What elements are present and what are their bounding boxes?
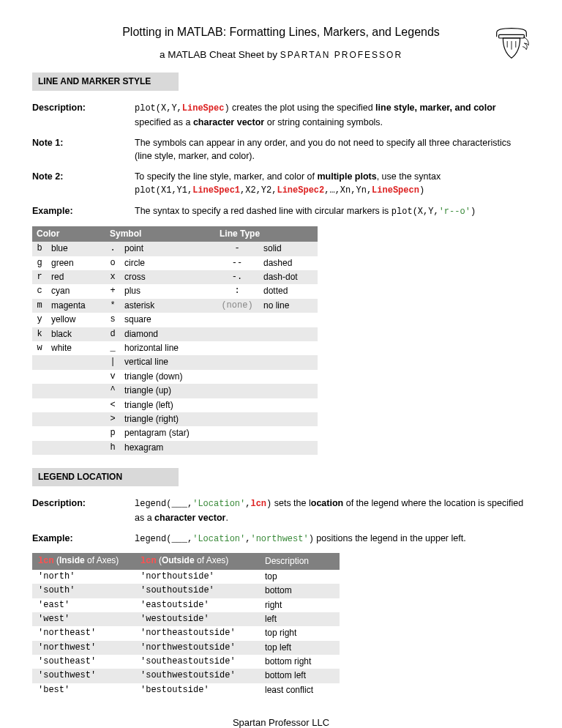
table-cell: r [32, 270, 47, 284]
page-subtitle: a MATLAB Cheat Sheet by SPARTAN PROFESSO… [32, 48, 530, 62]
table-cell [259, 355, 318, 369]
table-cell: blue [47, 242, 105, 256]
table-cell: p [105, 426, 120, 440]
legend-example-row: Example: legend(___,'Location','northwes… [32, 532, 530, 546]
bold-1: line style, marker, and color [375, 103, 496, 113]
table-cell [32, 426, 47, 440]
table-cell [215, 426, 259, 440]
table-cell: 'northeast' [32, 626, 135, 640]
table-cell: asterisk [120, 299, 215, 313]
table-row: ggreenocircle--dashed [32, 256, 318, 270]
example-body: The syntax to specify a red dashed line … [135, 204, 530, 218]
section-heading-legend: LEGEND LOCATION [32, 468, 179, 486]
code-post: ) [224, 103, 229, 114]
table-cell [215, 384, 259, 398]
example-code-end: ) [471, 207, 476, 217]
table-cell: - [215, 242, 259, 256]
table-cell [259, 370, 318, 384]
table-cell: _ [105, 341, 120, 355]
table-cell [259, 341, 318, 355]
table-cell: triangle (up) [120, 384, 215, 398]
lbold-2: character vector [154, 513, 225, 523]
code-linespec: LineSpec [182, 103, 225, 114]
table-row: kblackddiamond [32, 327, 318, 341]
note2-text1: To specify the line style, marker, and c… [135, 171, 317, 182]
table-row: 'north''northoutside'top [32, 570, 340, 584]
table-cell: c [32, 284, 47, 298]
lcode-loc: 'Location' [192, 499, 245, 509]
table-cell: o [105, 256, 120, 270]
table-cell [32, 384, 47, 398]
table-row: 'west''westoutside'left [32, 612, 340, 626]
lex-loc: 'Location' [192, 534, 245, 544]
code-pre: plot(X,Y, [135, 103, 182, 114]
table-row: ppentagram (star) [32, 426, 318, 440]
table-cell [32, 370, 47, 384]
table-cell: plus [120, 284, 215, 298]
table-cell: magenta [47, 299, 105, 313]
table-cell [32, 398, 47, 412]
table-cell: w [32, 341, 47, 355]
note2-bold: multiple plots [317, 171, 376, 182]
table-cell: left [259, 612, 340, 626]
location-table: lcn (Inside of Axes) lcn (Outside of Axe… [32, 553, 340, 697]
table-cell: white [47, 341, 105, 355]
table-cell: -- [215, 256, 259, 270]
note1-label: Note 1: [32, 136, 135, 163]
lex-text: positions the legend in the upper left. [314, 533, 466, 543]
table-row: hhexagram [32, 441, 318, 455]
table-cell: black [47, 327, 105, 341]
table-cell: bottom right [259, 655, 340, 669]
th-color: Color [32, 226, 105, 242]
legend-example-body: legend(___,'Location','northwest') posit… [135, 532, 530, 546]
table-cell: least conflict [259, 683, 340, 697]
table-cell [215, 441, 259, 455]
table-cell: circle [120, 256, 215, 270]
description-body: plot(X,Y,LineSpec) creates the plot usin… [135, 101, 530, 129]
lcode-lcn: lcn [250, 499, 266, 509]
table-cell [47, 398, 105, 412]
table-cell [47, 426, 105, 440]
table-row: mmagenta*asterisk(none)no line [32, 299, 318, 313]
svg-rect-0 [499, 34, 525, 38]
table-cell [259, 327, 318, 341]
table-cell: cyan [47, 284, 105, 298]
table-cell: 'southoutside' [135, 584, 259, 598]
table-cell: triangle (down) [120, 370, 215, 384]
table-cell [215, 313, 259, 327]
table-cell: bottom [259, 584, 340, 598]
table-cell: b [32, 242, 47, 256]
table-cell: 'west' [32, 612, 135, 626]
table-cell [47, 355, 105, 369]
note1-body: The symbols can appear in any order, and… [135, 136, 530, 163]
table-row: 'best''bestoutside'least conflict [32, 683, 340, 697]
footer-line1: Spartan Professor LLC [32, 716, 530, 728]
example-label: Example: [32, 204, 135, 218]
table-cell: -. [215, 270, 259, 284]
table-cell: + [105, 284, 120, 298]
table-row: 'east''eastoutside'right [32, 598, 340, 612]
table-cell: 'northwestoutside' [135, 641, 259, 655]
table-cell [215, 341, 259, 355]
table-cell: triangle (right) [120, 412, 215, 426]
table-cell: | [105, 355, 120, 369]
table-cell [215, 355, 259, 369]
text-3: or string containing symbols. [264, 117, 383, 127]
table-row: <triangle (left) [32, 398, 318, 412]
table-row: rredxcross-.dash-dot [32, 270, 318, 284]
legend-desc-body: legend(___,'Location',lcn) sets the loca… [135, 497, 530, 524]
table-row: bblue.point-solid [32, 242, 318, 256]
lex-arg: 'northwest' [250, 534, 308, 544]
table-cell: < [105, 398, 120, 412]
table-cell [259, 384, 318, 398]
table-cell: point [120, 242, 215, 256]
table-row: >triangle (right) [32, 412, 318, 426]
footer: Spartan Professor LLC spartanprofessor.c… [32, 716, 530, 728]
table-row: 'south''southoutside'bottom [32, 584, 340, 598]
table-cell: > [105, 412, 120, 426]
table-row: ccyan+plus:dotted [32, 284, 318, 298]
lex-pre: legend(___, [135, 534, 192, 544]
table-cell: top right [259, 626, 340, 640]
table-cell [215, 327, 259, 341]
table-cell: bottom left [259, 669, 340, 683]
